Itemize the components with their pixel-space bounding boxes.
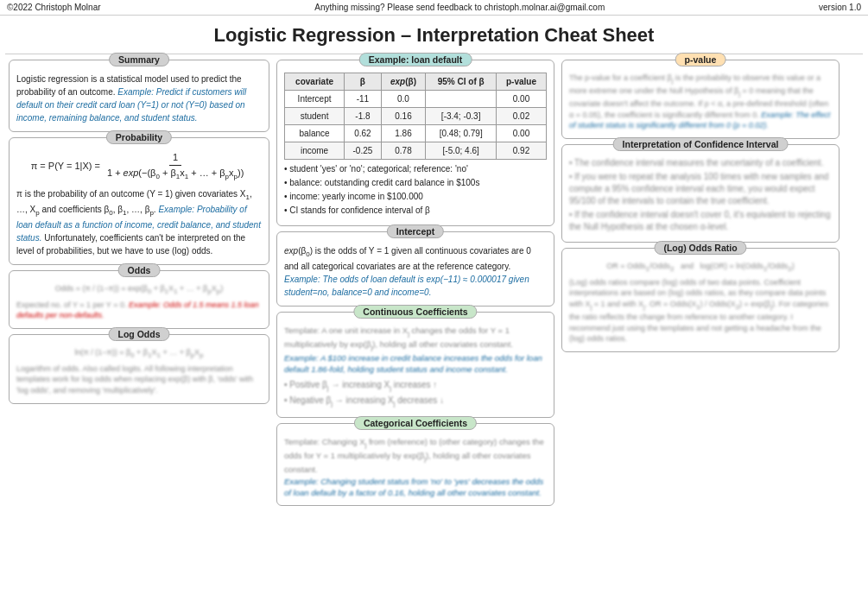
log-odds-text: Logarithm of odds. Also called logits. A… [16, 364, 253, 395]
column-3: p-value The p-value for a coefficient βj… [558, 60, 843, 506]
log-odds-ratio-body: OR = Odds1/Odds2 and log(OR) = ln(Odds1/… [569, 261, 832, 344]
categorical-card: Categorical Coefficients Template: Chang… [276, 423, 554, 506]
covariate-income: income [285, 142, 345, 160]
note-income: income: yearly income in $100.000 [284, 191, 547, 203]
table-row: Intercept -11 0.0 0.00 [285, 91, 547, 108]
exp-income: 0.78 [381, 142, 426, 160]
probability-card: Probability π = P(Y = 1|X) = 1 1 + exp(−… [9, 137, 269, 265]
log-odds-card: Log Odds ln(π / (1−π)) = β0 + β1X1 + … +… [9, 334, 269, 404]
intercept-card: Intercept exp(β0) is the odds of Y = 1 g… [276, 231, 554, 306]
col-header-pvalue: p-value [497, 73, 547, 91]
odds-formula: Odds = (π / (1−π)) = exp(β0 + β1X1 + … +… [16, 283, 262, 296]
p-intercept: 0.00 [497, 91, 547, 108]
continuous-template: Template: A one unit increase in Xj chan… [284, 325, 547, 352]
example-card: Example: loan default covariate β exp(β)… [276, 60, 554, 226]
note-ci: CI stands for confidence interval of β [284, 205, 547, 217]
ci-bullets: The confidence interval measures the unc… [569, 157, 832, 233]
col-header-beta: β [345, 73, 382, 91]
content-area: Summary Logistic regression is a statist… [0, 54, 868, 511]
categorical-title: Categorical Coefficients [354, 416, 477, 430]
intercept-title: Intercept [387, 224, 444, 238]
ci-title: Interpretation of Confidence Interval [613, 137, 789, 151]
p-income: 0.92 [497, 142, 547, 160]
ci-bullet-2: If you were to repeat the analysis 100 t… [569, 171, 832, 207]
ci-bullet-1: The confidence interval measures the unc… [569, 157, 832, 169]
covariate-student: student [285, 108, 345, 125]
ci-body: The confidence interval measures the unc… [569, 157, 832, 233]
example-notes: student 'yes' or 'no'; categorical; refe… [284, 163, 547, 217]
note-balance: balance: outstanding credit card balance… [284, 177, 547, 189]
log-odds-ratio-formula: OR = Odds1/Odds2 and log(OR) = ln(Odds1/… [569, 261, 832, 274]
continuous-card: Continuous Coefficients Template: A one … [276, 312, 554, 418]
pvalue-title: p-value [675, 53, 726, 66]
ci-card: Interpretation of Confidence Interval Th… [561, 144, 839, 243]
feedback-text: Anything missing? Please send feedback t… [314, 3, 605, 12]
page-title: Logistic Regression – Interpretation Che… [5, 16, 863, 54]
col-header-covariate: covariate [285, 73, 345, 91]
categorical-template: Template: Changing Xj from (reference) t… [284, 436, 547, 475]
table-row: balance 0.62 1.86 [0.48; 0.79] 0.00 [285, 125, 547, 142]
pvalue-body: The p-value for a coefficient βj is the … [569, 73, 832, 131]
ci-income: [-5.0; 4.6] [426, 142, 497, 160]
example-body: covariate β exp(β) 95% CI of β p-value I… [284, 73, 547, 217]
covariate-balance: balance [285, 125, 345, 142]
probability-description: π is the probability of an outcome (Y = … [16, 187, 262, 257]
probability-title: Probability [106, 130, 172, 144]
column-1: Summary Logistic regression is a statist… [5, 60, 273, 506]
positive-beta: Positive βj → increasing Xj increases ↑ [284, 379, 547, 393]
copyright-text: ©2022 Christoph Molnar [7, 3, 101, 12]
log-odds-body: ln(π / (1−π)) = β0 + β1X1 + … + βpXp Log… [16, 347, 262, 396]
top-bar: ©2022 Christoph Molnar Anything missing?… [0, 0, 868, 16]
log-odds-ratio-title: (Log) Odds Ratio [654, 241, 746, 255]
continuous-title: Continuous Coefficients [353, 305, 477, 319]
p-student: 0.02 [497, 108, 547, 125]
covariate-table: covariate β exp(β) 95% CI of β p-value I… [284, 73, 547, 160]
exp-balance: 1.86 [381, 125, 426, 142]
ci-student: [-3.4; -0.3] [426, 108, 497, 125]
odds-title: Odds [118, 263, 161, 277]
col-header-expbeta: exp(β) [381, 73, 426, 91]
continuous-bullets: Positive βj → increasing Xj increases ↑ … [284, 379, 547, 408]
covariate-intercept: Intercept [285, 91, 345, 108]
example-title: Example: loan default [359, 53, 472, 66]
p-balance: 0.00 [497, 125, 547, 142]
table-row: student -1.8 0.16 [-3.4; -0.3] 0.02 [285, 108, 547, 125]
version-text: version 1.0 [819, 3, 861, 12]
ci-intercept [426, 91, 497, 108]
ci-balance: [0.48; 0.79] [426, 125, 497, 142]
col-header-ci: 95% CI of β [426, 73, 497, 91]
table-row: income -0.25 0.78 [-5.0; 4.6] 0.92 [285, 142, 547, 160]
odds-card: Odds Odds = (π / (1−π)) = exp(β0 + β1X1 … [9, 270, 269, 329]
categorical-body: Template: Changing Xj from (reference) t… [284, 436, 547, 498]
odds-body: Odds = (π / (1−π)) = exp(β0 + β1X1 + … +… [16, 283, 262, 321]
log-odds-title: Log Odds [109, 327, 170, 341]
summary-card: Summary Logistic regression is a statist… [9, 60, 269, 132]
beta-intercept: -11 [345, 91, 382, 108]
beta-balance: 0.62 [345, 125, 382, 142]
odds-text: Expected no. of Y = 1 per Y = 0. [16, 300, 126, 309]
intercept-body: exp(β0) is the odds of Y = 1 given all c… [284, 244, 547, 299]
exp-student: 0.16 [381, 108, 426, 125]
log-odds-formula: ln(π / (1−π)) = β0 + β1X1 + … + βpXp [16, 347, 262, 360]
probability-formula: π = P(Y = 1|X) = 1 1 + exp(−(β0 + β1x1 +… [16, 150, 262, 182]
ci-bullet-3: If the confidence interval doesn't cover… [569, 209, 832, 233]
pvalue-card: p-value The p-value for a coefficient βj… [561, 60, 839, 139]
column-2: Example: loan default covariate β exp(β)… [273, 60, 558, 506]
negative-beta: Negative βj → increasing Xj decreases ↓ [284, 395, 547, 408]
continuous-body: Template: A one unit increase in Xj chan… [284, 325, 547, 408]
summary-body: Logistic regression is a statistical mod… [16, 73, 262, 124]
log-odds-ratio-card: (Log) Odds Ratio OR = Odds1/Odds2 and lo… [561, 248, 839, 352]
probability-body: π = P(Y = 1|X) = 1 1 + exp(−(β0 + β1x1 +… [16, 150, 262, 257]
beta-student: -1.8 [345, 108, 382, 125]
summary-title: Summary [109, 53, 169, 66]
exp-intercept: 0.0 [381, 91, 426, 108]
beta-income: -0.25 [345, 142, 382, 160]
note-student: student 'yes' or 'no'; categorical; refe… [284, 163, 547, 175]
